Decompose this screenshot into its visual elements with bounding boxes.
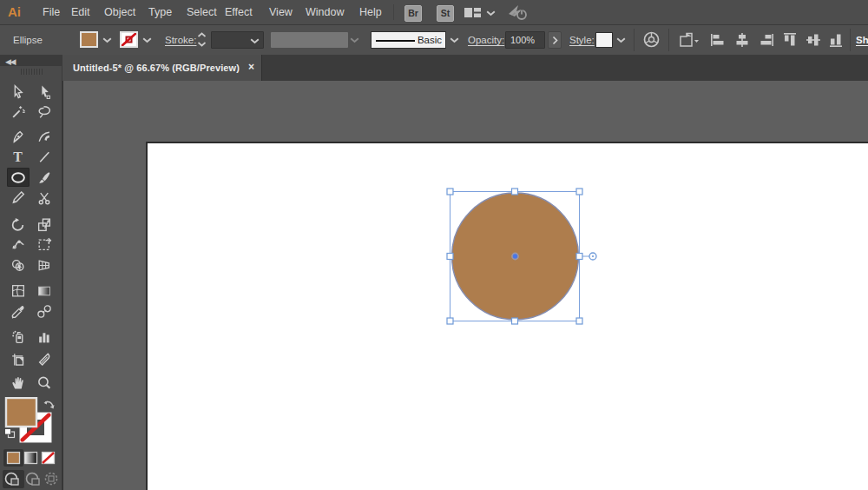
menu-window[interactable]: Window xyxy=(306,0,344,24)
tool-shape-builder[interactable] xyxy=(7,255,30,275)
tool-zoom[interactable] xyxy=(33,373,56,392)
gpu-performance-icon[interactable] xyxy=(507,3,529,23)
swap-fill-stroke-icon[interactable] xyxy=(44,401,55,408)
draw-behind-button[interactable] xyxy=(27,473,40,486)
draw-inside-button[interactable] xyxy=(46,473,57,485)
stroke-width-combo[interactable] xyxy=(211,31,264,49)
menu-select[interactable]: Select xyxy=(187,0,217,24)
tool-scissors[interactable] xyxy=(33,189,56,208)
recolor-artwork-icon[interactable] xyxy=(643,31,660,50)
selection-handle[interactable] xyxy=(447,189,453,195)
horizontal-align-right-icon[interactable] xyxy=(759,32,774,48)
tool-selection[interactable] xyxy=(7,82,30,101)
shape-panel-link[interactable]: Sh xyxy=(856,25,868,55)
app-logo: Ai xyxy=(8,4,21,19)
tool-pencil[interactable] xyxy=(7,189,30,208)
opacity-more-button[interactable] xyxy=(548,31,562,49)
illustrator-window: Ai FileEditObjectTypeSelectEffectViewWin… xyxy=(0,0,868,490)
selection-handle[interactable] xyxy=(512,189,518,195)
fill-chevron-icon[interactable] xyxy=(102,29,112,51)
brush-definition-field[interactable]: Basic xyxy=(371,31,446,49)
width-profile-field-disabled xyxy=(271,32,348,48)
selection-handle[interactable] xyxy=(447,318,453,324)
svg-text:T: T xyxy=(13,149,23,164)
width-profile-chevron-icon xyxy=(350,29,359,51)
tab-close-button[interactable]: × xyxy=(248,55,254,81)
selection-handle[interactable] xyxy=(576,318,582,324)
stock-button[interactable]: St xyxy=(437,5,454,22)
menu-effect[interactable]: Effect xyxy=(225,0,253,24)
selection-handle[interactable] xyxy=(512,318,518,324)
tool-blend[interactable] xyxy=(33,301,56,321)
default-fill-stroke-icon[interactable] xyxy=(5,429,15,438)
brush-definition-value: Basic xyxy=(418,32,442,48)
tools-panel-grip-zone xyxy=(0,66,62,81)
menu-view[interactable]: View xyxy=(269,0,293,24)
stroke-width-stepper[interactable] xyxy=(196,31,207,49)
stroke-color-swatch[interactable] xyxy=(120,31,138,48)
controlbar-separator xyxy=(634,29,635,51)
tool-slice[interactable] xyxy=(33,349,56,368)
opacity-input[interactable]: 100% xyxy=(505,31,545,49)
tool-ellipse[interactable] xyxy=(7,168,30,187)
stroke-chevron-icon[interactable] xyxy=(141,29,152,51)
stroke-panel-link[interactable]: Stroke: xyxy=(165,25,196,55)
tool-scale[interactable] xyxy=(33,215,56,234)
canvas-area[interactable] xyxy=(63,81,868,490)
tool-rotate[interactable] xyxy=(7,215,30,234)
tool-eyedropper[interactable] xyxy=(7,301,30,321)
selection-handle[interactable] xyxy=(576,189,582,195)
tool-artboard[interactable] xyxy=(7,349,30,368)
selection-center-point[interactable] xyxy=(511,253,519,261)
document-tab-title: Untitled-5* @ 66.67% (RGB/Preview) xyxy=(73,55,240,81)
isolate-selected-object-icon[interactable] xyxy=(678,32,700,51)
tool-type[interactable]: T xyxy=(7,148,30,167)
opacity-panel-link[interactable]: Opacity: xyxy=(468,25,504,55)
tool-pen[interactable] xyxy=(7,127,30,146)
tool-direct-selection[interactable] xyxy=(33,82,56,101)
tool-curvature[interactable] xyxy=(33,127,56,146)
menu-help[interactable]: Help xyxy=(359,0,382,24)
fill-color-swatch[interactable] xyxy=(80,31,98,48)
tool-symbol-sprayer[interactable] xyxy=(7,327,30,346)
gradient-mode-button[interactable] xyxy=(25,453,37,464)
workspace-switcher-icon[interactable] xyxy=(464,8,481,20)
tool-gradient[interactable] xyxy=(33,281,56,300)
tool-line-segment[interactable] xyxy=(33,148,56,167)
panel-grip-handle[interactable] xyxy=(21,69,43,75)
selection-handle[interactable] xyxy=(576,254,582,260)
menu-object[interactable]: Object xyxy=(104,0,135,24)
bridge-button[interactable]: Br xyxy=(404,5,422,22)
tool-magic-wand[interactable] xyxy=(7,103,30,122)
selection-handle[interactable] xyxy=(447,254,453,260)
tool-mesh[interactable] xyxy=(7,281,30,300)
horizontal-align-center-icon[interactable] xyxy=(734,32,750,48)
style-swatch[interactable] xyxy=(595,32,613,48)
fill-proxy[interactable] xyxy=(6,398,36,427)
stroke-width-chevron-icon xyxy=(250,32,260,50)
menu-type[interactable]: Type xyxy=(148,0,172,24)
draw-normal-button[interactable] xyxy=(3,470,24,488)
menu-edit[interactable]: Edit xyxy=(71,0,90,24)
tool-free-transform[interactable] xyxy=(33,235,56,255)
tool-hand[interactable] xyxy=(7,373,30,392)
style-panel-link[interactable]: Style: xyxy=(569,25,595,55)
horizontal-align-left-icon[interactable] xyxy=(710,32,726,48)
vertical-align-center-icon[interactable] xyxy=(806,32,821,48)
tool-width[interactable] xyxy=(7,235,30,255)
tool-paintbrush[interactable] xyxy=(33,168,56,187)
style-chevron-icon[interactable] xyxy=(615,29,627,51)
none-mode-button[interactable] xyxy=(43,453,55,464)
vertical-align-bottom-icon[interactable] xyxy=(828,32,844,48)
vertical-align-top-icon[interactable] xyxy=(782,32,798,48)
menubar-separator xyxy=(393,4,394,20)
collapse-panel-icon[interactable]: ◀◀ xyxy=(5,57,15,66)
chevron-down-icon[interactable] xyxy=(486,7,496,19)
tool-column-graph[interactable] xyxy=(33,327,56,346)
menu-file[interactable]: File xyxy=(43,0,60,24)
tool-lasso[interactable] xyxy=(33,103,56,122)
brush-chevron-icon[interactable] xyxy=(448,29,461,51)
document-tab[interactable]: Untitled-5* @ 66.67% (RGB/Preview) × xyxy=(62,55,262,81)
color-mode-button[interactable] xyxy=(3,449,23,467)
tool-perspective-grid[interactable] xyxy=(33,255,56,275)
